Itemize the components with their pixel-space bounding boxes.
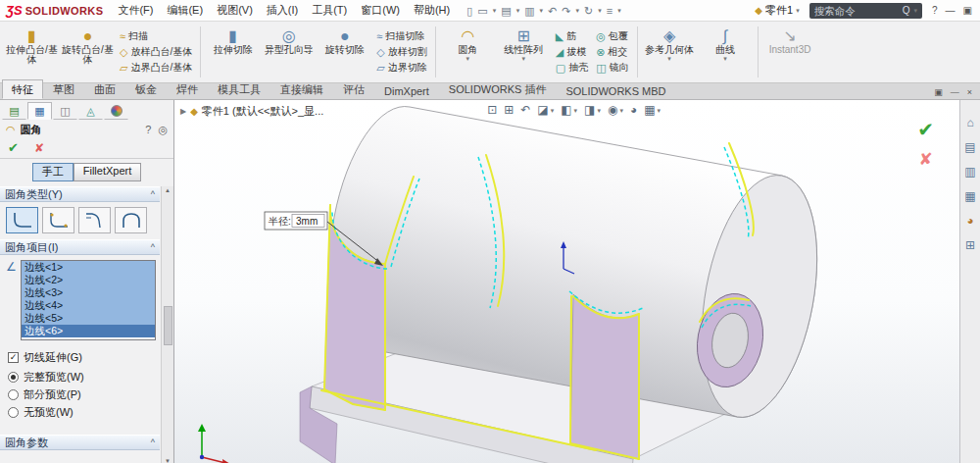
- save-icon[interactable]: ▤: [501, 5, 511, 17]
- menu-help[interactable]: 帮助(H): [409, 2, 455, 19]
- accept-fillet-button[interactable]: ✔: [917, 118, 934, 141]
- cancel-button[interactable]: ✘: [34, 141, 44, 155]
- edge-selection-listbox[interactable]: 边线<1> 边线<2> 边线<3> 边线<4> 边线<5> 边线<6>: [21, 260, 156, 340]
- graphics-area[interactable]: 半径: 3mm ▶ ◆ 零件1 (默认<<默认>_显... ⊡ ⊞ ↶ ◪▾ ◧: [174, 100, 959, 463]
- full-preview-option[interactable]: 完整预览(W): [0, 368, 160, 386]
- feature-tree-label[interactable]: 零件1 (默认<<默认>_显...: [202, 104, 323, 119]
- panel-help-icon[interactable]: ?: [145, 124, 151, 136]
- revolve-boss-button[interactable]: ● 旋转凸台/基体: [60, 24, 116, 80]
- expand-arrow-icon[interactable]: ▶: [180, 107, 186, 116]
- confirm-button[interactable]: ✔: [8, 140, 19, 155]
- section-view-icon[interactable]: ◪▾: [537, 103, 554, 117]
- manual-mode-button[interactable]: 手工: [32, 163, 74, 181]
- fillet-caret-icon[interactable]: ▾: [466, 55, 469, 62]
- list-item-edge2[interactable]: 边线<2>: [22, 274, 155, 286]
- revolved-cut-button[interactable]: ● 旋转切除: [317, 24, 372, 80]
- wrap-button[interactable]: ◎ 包覆: [592, 29, 632, 43]
- swept-cut-button[interactable]: ≈ 扫描切除: [372, 29, 430, 43]
- list-item-edge6[interactable]: 边线<6>: [22, 325, 155, 337]
- tab-propertymanager[interactable]: ▦: [27, 102, 52, 120]
- doc-close-icon[interactable]: ×: [967, 87, 972, 97]
- search-caret-icon[interactable]: ▾: [913, 7, 917, 14]
- new-file-icon[interactable]: ▯: [466, 5, 472, 17]
- view-orientation-icon[interactable]: ◧▾: [561, 103, 577, 117]
- curves-button[interactable]: ∫ 曲线 ▾: [698, 24, 754, 80]
- lofted-cut-button[interactable]: ◇ 放样切割: [372, 45, 430, 59]
- list-item-edge4[interactable]: 边线<4>: [22, 299, 155, 312]
- tab-dimxpertmanager[interactable]: ◬: [78, 102, 103, 120]
- intersect-button[interactable]: ⊗ 相交: [592, 45, 632, 59]
- curves-caret-icon[interactable]: ▾: [723, 55, 727, 62]
- tab-surfaces[interactable]: 曲面: [84, 79, 125, 99]
- view-settings-icon[interactable]: ▦▾: [644, 103, 661, 117]
- tab-mold-tools[interactable]: 模具工具: [208, 79, 270, 99]
- custom-properties-icon[interactable]: ⊞: [965, 238, 975, 252]
- list-item-edge1[interactable]: 边线<1>: [22, 261, 155, 274]
- menu-insert[interactable]: 插入(I): [262, 2, 303, 19]
- doc-title-caret-icon[interactable]: ▾: [796, 7, 800, 14]
- file-explorer-icon[interactable]: ▥: [964, 165, 975, 179]
- redo-icon[interactable]: ↷: [562, 5, 570, 17]
- checkbox-checked-icon[interactable]: ✓: [8, 352, 19, 363]
- scroll-down-icon[interactable]: ▼: [165, 458, 171, 463]
- zoom-fit-icon[interactable]: ⊡: [487, 103, 497, 117]
- radio-icon[interactable]: [8, 389, 19, 400]
- extrude-boss-button[interactable]: ▮ 拉伸凸台/基体: [4, 24, 60, 80]
- menu-view[interactable]: 视图(V): [212, 2, 258, 19]
- callout-radius-value[interactable]: 3mm: [296, 216, 318, 227]
- tab-dimxpert[interactable]: DimXpert: [374, 82, 439, 99]
- view-palette-icon[interactable]: ▦: [964, 189, 975, 203]
- lofted-boss-button[interactable]: ◇ 放样凸台/基体: [116, 45, 196, 59]
- print-icon[interactable]: ▥: [524, 5, 534, 17]
- edit-appearance-icon[interactable]: ◕: [630, 103, 637, 117]
- linear-pattern-button[interactable]: ⊞ 线性阵列 ▾: [496, 24, 552, 80]
- tab-features[interactable]: 特征: [2, 79, 43, 99]
- list-item-edge3[interactable]: 边线<3>: [22, 286, 155, 299]
- shell-button[interactable]: ▢ 抽壳: [552, 61, 592, 75]
- extruded-cut-button[interactable]: ▮ 拉伸切除: [205, 24, 261, 80]
- doc-maximize-icon[interactable]: ▣: [934, 87, 943, 97]
- tab-configurationmanager[interactable]: ◫: [53, 102, 77, 120]
- save-caret-icon[interactable]: ▾: [516, 7, 520, 14]
- scrollbar-thumb[interactable]: [164, 306, 172, 345]
- solidworks-resources-icon[interactable]: ⌂: [966, 116, 973, 129]
- reference-geometry-button[interactable]: ◈ 参考几何体 ▾: [642, 24, 698, 80]
- face-fillet-button[interactable]: [78, 207, 111, 233]
- rib-button[interactable]: ◣ 筋: [552, 29, 592, 43]
- zoom-area-icon[interactable]: ⊞: [504, 103, 514, 117]
- mirror-button[interactable]: ◫ 镜向: [592, 61, 632, 75]
- window-maximize-icon[interactable]: ▣: [963, 5, 972, 16]
- section-fillet-type[interactable]: 圆角类型(Y) ^: [0, 186, 160, 202]
- tab-sheet-metal[interactable]: 钣金: [125, 79, 167, 99]
- command-search[interactable]: Q ▾: [809, 3, 922, 19]
- radio-selected-icon[interactable]: [8, 372, 19, 383]
- search-input[interactable]: [814, 5, 899, 17]
- appearances-icon[interactable]: ◕: [966, 214, 973, 228]
- rear-bracket[interactable]: [570, 294, 639, 459]
- rebuild-icon[interactable]: ↻: [584, 5, 593, 17]
- menu-window[interactable]: 窗口(W): [356, 2, 405, 19]
- draft-button[interactable]: ◢ 拔模: [552, 45, 592, 59]
- hide-show-items-icon[interactable]: ◉▾: [608, 103, 623, 117]
- panel-pin-icon[interactable]: ◎: [158, 124, 168, 136]
- undo-icon[interactable]: ↶: [548, 5, 557, 17]
- boundary-boss-button[interactable]: ▱ 边界凸台/基体: [116, 61, 196, 75]
- help-button[interactable]: ?: [932, 5, 938, 16]
- tab-solidworks-add-ins[interactable]: SOLIDWORKS 插件: [439, 79, 557, 99]
- doc-minimize-icon[interactable]: —: [951, 87, 959, 97]
- menu-file[interactable]: 文件(F): [113, 2, 158, 19]
- collapse-icon[interactable]: ^: [151, 189, 155, 199]
- search-icon[interactable]: Q: [903, 5, 910, 16]
- reference-geometry-caret-icon[interactable]: ▾: [667, 55, 671, 62]
- redo-caret-icon[interactable]: ▾: [576, 7, 580, 14]
- fillet-button[interactable]: ◠ 圆角 ▾: [440, 24, 496, 80]
- open-caret-icon[interactable]: ▾: [493, 7, 497, 14]
- full-round-fillet-button[interactable]: [115, 207, 147, 233]
- swept-boss-button[interactable]: ≈ 扫描: [116, 29, 196, 43]
- radio-icon[interactable]: [8, 407, 19, 418]
- options-caret-icon[interactable]: ▾: [617, 7, 621, 14]
- instant3d-button[interactable]: ↘ Instant3D: [762, 24, 818, 80]
- tab-solidworks-mbd[interactable]: SOLIDWORKS MBD: [556, 82, 675, 99]
- panel-scrollbar[interactable]: ▲ ▼: [161, 186, 173, 463]
- variable-size-fillet-button[interactable]: [42, 207, 74, 233]
